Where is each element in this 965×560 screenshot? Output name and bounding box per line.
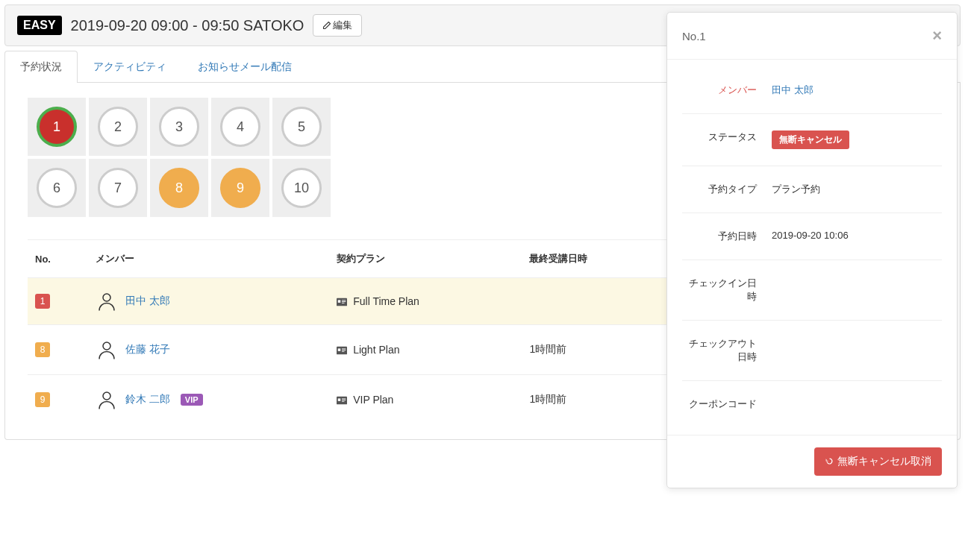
tab-label: アクティビティ [93, 60, 166, 72]
slot-3[interactable]: 3 [150, 98, 208, 156]
detail-value-status: 無断キャンセル [772, 130, 942, 149]
card-icon [337, 346, 347, 355]
member-link[interactable]: 佐藤 花子 [125, 343, 170, 356]
svg-rect-3 [342, 300, 346, 301]
slot-number: 7 [98, 168, 138, 208]
close-button[interactable]: × [932, 26, 942, 45]
member-cell: 佐藤 花子 [96, 339, 322, 361]
svg-point-0 [103, 294, 110, 301]
detail-label-checkin: チェックイン日時 [682, 277, 757, 303]
col-plan: 契約プラン [329, 240, 522, 278]
panel-title: No.1 [682, 30, 706, 43]
col-no: No. [28, 240, 88, 278]
edit-button[interactable]: 編集 [313, 14, 362, 37]
svg-rect-14 [338, 398, 341, 401]
svg-rect-5 [342, 303, 345, 303]
edit-label: 編集 [333, 19, 352, 31]
row-number-badge: 1 [35, 294, 50, 309]
row-number-badge: 8 [35, 342, 50, 357]
detail-label-checkout: チェックアウト日時 [682, 337, 757, 364]
plan-cell: Light Plan [329, 325, 522, 375]
svg-rect-10 [342, 350, 346, 350]
slot-6[interactable]: 6 [28, 159, 86, 217]
card-icon [337, 298, 347, 306]
tab-reservation-status[interactable]: 予約状況 [4, 51, 78, 83]
svg-rect-15 [342, 398, 346, 399]
detail-label-status: ステータス [682, 130, 757, 149]
tab-activity[interactable]: アクティビティ [78, 51, 182, 83]
svg-rect-17 [342, 401, 345, 402]
panel-footer: 無断キャンセル取消 [667, 435, 957, 452]
panel-body: メンバー 田中 太郎 ステータス 無断キャンセル 予約タイプ プラン予約 予約日… [667, 60, 957, 435]
member-cell: 田中 太郎 [96, 290, 322, 312]
slot-number: 1 [37, 107, 77, 147]
status-badge: 無断キャンセル [772, 130, 849, 149]
member-link[interactable]: 鈴木 二郎 [125, 393, 170, 406]
plan-cell: VIP Plan [329, 375, 522, 425]
slot-grid: 12345678910 [28, 98, 341, 217]
svg-rect-4 [342, 301, 346, 302]
easy-badge: EASY [17, 16, 62, 35]
member-link[interactable]: 田中 太郎 [125, 295, 170, 308]
close-icon: × [932, 26, 942, 45]
detail-label-coupon: クーポンコード [682, 397, 757, 411]
vip-badge: VIP [181, 394, 203, 406]
detail-panel: No.1 × メンバー 田中 太郎 ステータス 無断キャンセル 予約タイプ プラ… [666, 12, 958, 452]
last-cell [522, 278, 666, 325]
slot-2[interactable]: 2 [89, 98, 147, 156]
svg-rect-11 [342, 351, 345, 352]
svg-point-12 [103, 392, 110, 400]
slot-5[interactable]: 5 [272, 98, 331, 156]
slot-8[interactable]: 8 [150, 159, 208, 217]
detail-value-coupon [772, 397, 942, 411]
svg-rect-16 [342, 400, 346, 400]
plan-cell: Full Time Plan [329, 278, 522, 325]
undo-cancel-button[interactable]: 無断キャンセル取消 [814, 447, 942, 452]
tab-notifications[interactable]: お知らせメール配信 [182, 51, 307, 83]
detail-value-datetime: 2019-09-20 10:06 [772, 230, 942, 243]
slot-number: 6 [37, 168, 77, 208]
detail-label-type: 予約タイプ [682, 183, 757, 196]
card-icon [337, 396, 347, 405]
tab-label: 予約状況 [20, 60, 62, 72]
slot-number: 4 [220, 107, 260, 147]
svg-point-6 [103, 342, 110, 350]
svg-rect-9 [342, 348, 346, 349]
last-cell: 1時間前 [522, 375, 666, 425]
svg-rect-8 [338, 348, 341, 351]
detail-value-checkin [772, 277, 942, 303]
slot-number: 9 [220, 168, 260, 208]
svg-rect-2 [338, 300, 341, 303]
page-title: 2019-09-20 09:00 - 09:50 SATOKO [71, 17, 305, 34]
member-cell: 鈴木 二郎VIP [96, 388, 322, 411]
slot-10[interactable]: 10 [272, 159, 331, 217]
slot-number: 8 [159, 168, 199, 208]
col-last: 最終受講日時 [522, 240, 666, 278]
slot-4[interactable]: 4 [211, 98, 269, 156]
row-number-badge: 9 [35, 392, 50, 407]
avatar-icon [96, 290, 118, 312]
tab-label: お知らせメール配信 [198, 60, 292, 72]
detail-value-member[interactable]: 田中 太郎 [772, 84, 942, 97]
detail-label-member: メンバー [682, 84, 757, 97]
slot-1[interactable]: 1 [28, 98, 86, 156]
col-member: メンバー [88, 240, 329, 278]
avatar-icon [96, 339, 118, 361]
panel-header: No.1 × [667, 13, 957, 60]
slot-9[interactable]: 9 [211, 159, 269, 217]
last-cell: 1時間前 [522, 325, 666, 375]
slot-number: 2 [98, 107, 138, 147]
detail-value-checkout [772, 337, 942, 364]
slot-number: 5 [281, 107, 322, 147]
detail-value-type: プラン予約 [772, 183, 942, 196]
detail-label-datetime: 予約日時 [682, 230, 757, 243]
pencil-icon [322, 21, 331, 30]
slot-number: 10 [281, 168, 322, 208]
avatar-icon [96, 388, 118, 411]
slot-number: 3 [159, 107, 199, 147]
slot-7[interactable]: 7 [89, 159, 147, 217]
